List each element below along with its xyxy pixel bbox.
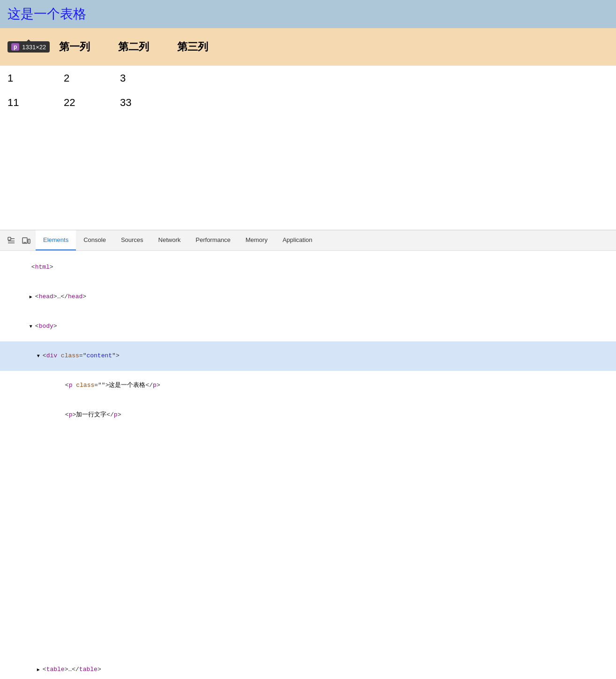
cell-2-3: 33	[120, 97, 148, 109]
col-header-3: 第三列	[177, 40, 208, 54]
dom-body[interactable]: <body>	[0, 312, 616, 341]
triangle-html	[26, 263, 31, 272]
dom-head[interactable]: <head>…</head>	[0, 282, 616, 312]
col-header-1: 第一列	[59, 40, 90, 54]
triangle-div	[37, 352, 43, 361]
tab-performance[interactable]: Performance	[188, 230, 238, 250]
heading-text: 这是一个表格	[8, 5, 86, 23]
dom-p-2[interactable]: <p>加一行文字</p>	[0, 400, 616, 430]
browser-viewport: 这是一个表格 p 1331×22 第一列 第二列 第三列 1 2 3 11 22…	[0, 0, 616, 230]
tab-console[interactable]: Console	[76, 230, 113, 250]
dom-p-1[interactable]: <p class="">这是一个表格</p>	[0, 371, 616, 400]
dom-table[interactable]: <table>…</table>	[0, 655, 616, 679]
dom-empty-area	[0, 430, 616, 655]
element-tooltip: p 1331×22	[8, 41, 50, 53]
tooltip-tag: p	[11, 43, 19, 51]
tooltip-dimensions: 1331×22	[22, 44, 46, 51]
device-toggle-icon[interactable]	[19, 233, 34, 248]
tab-elements[interactable]: Elements	[36, 230, 76, 250]
triangle-body	[30, 322, 35, 332]
cell-1-2: 2	[64, 72, 92, 84]
svg-rect-5	[28, 239, 30, 243]
inspector-icon[interactable]	[4, 233, 19, 248]
cell-2-1: 11	[8, 97, 36, 109]
col-header-2: 第二列	[118, 40, 149, 54]
tab-application[interactable]: Application	[275, 230, 320, 250]
table-row-2: 11 22 33	[0, 95, 616, 111]
tab-network[interactable]: Network	[151, 230, 188, 250]
tab-sources[interactable]: Sources	[113, 230, 151, 250]
triangle-p1	[60, 381, 65, 391]
triangle-table	[37, 665, 43, 675]
page-heading: 这是一个表格	[0, 0, 616, 28]
devtools-tabs: Elements Console Sources Network Perform…	[36, 230, 320, 250]
devtools-panel: Elements Console Sources Network Perform…	[0, 230, 616, 679]
cell-1-3: 3	[120, 72, 148, 84]
dom-html[interactable]: <html>	[0, 253, 616, 282]
dom-div-content[interactable]: <div class="content">	[0, 341, 616, 371]
svg-rect-0	[8, 237, 11, 240]
page-subarea: p 1331×22 第一列 第二列 第三列	[0, 28, 616, 66]
cell-2-2: 22	[64, 97, 92, 109]
cell-1-1: 1	[8, 72, 36, 84]
triangle-head	[30, 293, 35, 302]
dom-tree: <html> <head>…</head> <body> <div class=…	[0, 251, 616, 679]
triangle-p2	[60, 411, 65, 420]
devtools-toolbar: Elements Console Sources Network Perform…	[0, 230, 616, 251]
tab-memory[interactable]: Memory	[238, 230, 275, 250]
table-row-1: 1 2 3	[0, 70, 616, 86]
